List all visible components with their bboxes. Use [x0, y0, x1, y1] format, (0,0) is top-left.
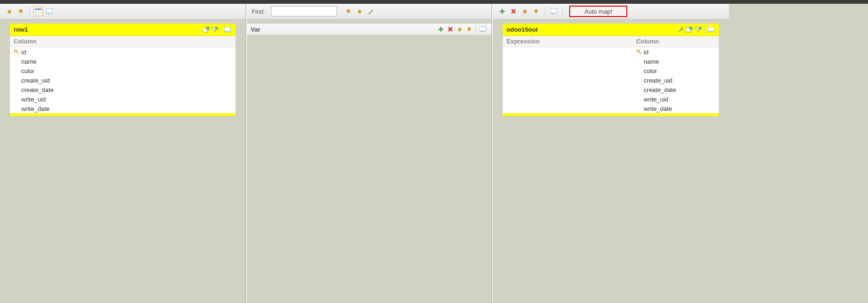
table-row[interactable]: write_date: [503, 104, 719, 113]
column-header-label: Column: [632, 38, 719, 45]
left-panel-header: row1: [10, 24, 236, 36]
column-name: create_uid: [644, 77, 673, 84]
arrow-down-icon[interactable]: [344, 7, 353, 16]
left-panel-title: row1: [14, 26, 202, 33]
arrow-up-icon[interactable]: [355, 7, 364, 16]
table-row[interactable]: color: [503, 66, 719, 76]
notes-icon[interactable]: [549, 7, 558, 16]
svg-rect-6: [224, 27, 231, 32]
expression-header-label: Expression: [503, 38, 632, 45]
table-row[interactable]: create_date: [10, 85, 236, 94]
separator: [221, 26, 221, 34]
notes-icon[interactable]: [223, 25, 232, 34]
magic-icon[interactable]: [366, 7, 376, 16]
column-name: write_date: [644, 105, 672, 112]
left-column: row1 Column idnamecolorcreate_uidcreate_…: [0, 4, 245, 303]
right-columns-header: Expression Column: [503, 36, 719, 47]
column-name: create_date: [21, 86, 54, 93]
right-panel: odoo15out Expression Column idna: [502, 23, 719, 117]
table-row[interactable]: color: [10, 66, 236, 76]
table-row[interactable]: write_uid: [10, 94, 236, 104]
column-name: color: [644, 67, 657, 75]
column-name: name: [644, 58, 659, 65]
main-columns: row1 Column idnamecolorcreate_uidcreate_…: [0, 4, 868, 303]
filter-icon[interactable]: [211, 25, 219, 34]
trailing-space: [729, 4, 868, 303]
svg-rect-1: [35, 8, 42, 10]
right-panel-header: odoo15out: [503, 24, 719, 36]
middle-column: Find : Var: [247, 4, 491, 303]
right-toolbar: Auto map!: [493, 4, 729, 19]
right-panel-footer: [503, 113, 719, 116]
table-row[interactable]: name: [503, 57, 719, 66]
key-icon: [14, 49, 20, 55]
middle-toolbar: Find :: [247, 4, 491, 19]
table-row[interactable]: create_uid: [10, 76, 236, 85]
separator: [545, 7, 545, 16]
key-icon: [636, 49, 643, 55]
add-icon[interactable]: [436, 25, 446, 34]
arrow-up-icon[interactable]: [5, 7, 14, 16]
separator: [29, 7, 30, 16]
find-label: Find :: [252, 8, 267, 15]
separator: [476, 25, 476, 34]
svg-rect-2: [46, 8, 53, 13]
wrench-icon[interactable]: [677, 25, 685, 34]
column-name: id: [21, 49, 26, 56]
column-name: name: [21, 58, 37, 65]
left-toolbar: [0, 4, 245, 19]
right-rows: idnamecolorcreate_uidcreate_datewrite_ui…: [503, 47, 719, 113]
column-name: id: [644, 49, 649, 56]
layout-icon[interactable]: [34, 7, 43, 16]
left-rows: idnamecolorcreate_uidcreate_datewrite_ui…: [10, 47, 236, 113]
arrow-down-icon[interactable]: [464, 25, 474, 34]
add-column-icon[interactable]: [685, 25, 694, 34]
table-row[interactable]: id: [503, 47, 719, 57]
right-panel-title: odoo15out: [506, 26, 677, 33]
svg-rect-13: [708, 27, 714, 32]
column-name: create_date: [644, 86, 676, 93]
arrow-up-icon[interactable]: [455, 25, 464, 34]
add-column-icon[interactable]: [202, 25, 211, 34]
window-titlebar-strip: [0, 0, 868, 4]
filter-icon[interactable]: [694, 25, 702, 34]
separator: [704, 26, 705, 34]
table-row[interactable]: name: [10, 57, 236, 66]
delete-icon[interactable]: [446, 25, 455, 34]
arrow-down-icon[interactable]: [531, 7, 541, 16]
arrow-up-icon[interactable]: [520, 7, 530, 16]
right-column: Auto map! odoo15out Express: [493, 4, 729, 303]
notes-icon[interactable]: [45, 7, 54, 16]
column-header-label: Column: [10, 38, 40, 45]
column-name: create_uid: [21, 77, 50, 84]
svg-rect-8: [480, 26, 486, 31]
left-columns-header: Column: [10, 36, 236, 47]
column-name: write_date: [21, 105, 50, 112]
table-row[interactable]: create_date: [503, 85, 719, 94]
find-input[interactable]: [271, 6, 337, 17]
separator: [562, 7, 563, 16]
var-bar: Var: [247, 23, 491, 35]
column-name: write_uid: [21, 96, 46, 103]
notes-icon[interactable]: [478, 25, 488, 34]
arrow-down-icon[interactable]: [16, 7, 25, 16]
left-panel: row1 Column idnamecolorcreate_uidcreate_…: [9, 23, 236, 117]
table-row[interactable]: create_uid: [503, 76, 719, 85]
column-name: color: [21, 67, 34, 75]
svg-rect-9: [550, 8, 557, 13]
table-row[interactable]: write_uid: [503, 94, 719, 104]
table-row[interactable]: write_date: [10, 104, 236, 113]
column-name: write_uid: [644, 96, 668, 103]
left-panel-footer: [10, 113, 236, 116]
delete-icon[interactable]: [509, 7, 518, 16]
add-icon[interactable]: [497, 7, 507, 16]
notes-icon[interactable]: [707, 25, 715, 34]
table-row[interactable]: id: [10, 47, 236, 57]
var-label: Var: [251, 26, 436, 33]
automap-button[interactable]: Auto map!: [569, 6, 627, 17]
